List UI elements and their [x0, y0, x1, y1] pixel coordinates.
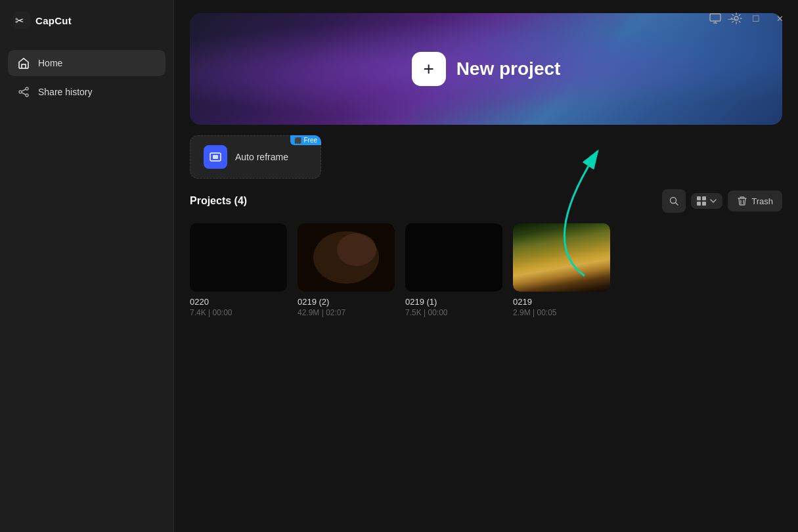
project-card-0219[interactable]: 0219 2.9M | 00:05 — [513, 223, 610, 317]
projects-grid: 0220 7.4K | 00:00 0219 (2) 42.9M | 02:07 — [190, 223, 782, 317]
projects-title: Projects (4) — [190, 195, 247, 207]
project-card-0220[interactable]: 0220 7.4K | 00:00 — [190, 223, 287, 317]
projects-actions: Trash — [662, 189, 782, 213]
grid-icon — [696, 196, 707, 206]
trash-button[interactable]: Trash — [728, 190, 782, 211]
free-badge: ⬛ Free — [290, 135, 321, 145]
app-name: CapCut — [35, 15, 72, 26]
svg-rect-8 — [213, 155, 218, 159]
sidebar-item-home[interactable]: Home — [8, 50, 166, 76]
plus-icon-wrapper: + — [412, 52, 446, 86]
svg-point-3 — [19, 91, 22, 93]
svg-line-5 — [22, 89, 26, 91]
svg-rect-13 — [697, 202, 701, 206]
project-thumb-0220 — [190, 223, 287, 292]
search-icon — [669, 196, 679, 206]
project-name-0220: 0220 — [190, 297, 287, 307]
project-thumb-0219-2 — [298, 223, 395, 292]
svg-text:✂: ✂ — [15, 15, 24, 26]
monitor-icon — [709, 12, 721, 24]
project-info-0219-1: 7.5K | 00:00 — [405, 308, 502, 317]
project-card-0219-1[interactable]: 0219 (1) 7.5K | 00:00 — [405, 223, 502, 317]
free-badge-icon: ⬛ — [294, 137, 301, 144]
svg-rect-12 — [702, 196, 706, 200]
projects-section: Projects (4) — [190, 189, 782, 519]
auto-reframe-label: Auto reframe — [235, 152, 288, 162]
project-thumb-0219 — [513, 223, 610, 292]
maximize-button[interactable]: ☐ — [747, 9, 765, 28]
svg-point-4 — [26, 94, 28, 97]
new-project-banner[interactable]: + New project — [190, 13, 782, 125]
new-project-label: New project — [456, 58, 561, 79]
chevron-down-icon — [709, 197, 717, 205]
auto-reframe-card[interactable]: Auto reframe ⬛ Free — [190, 135, 321, 179]
project-info-0219-2: 42.9M | 02:07 — [298, 308, 395, 317]
free-badge-text: Free — [303, 137, 317, 144]
new-project-content: + New project — [412, 52, 561, 86]
monitor-icon-button[interactable] — [706, 9, 724, 28]
svg-point-2 — [26, 87, 28, 90]
sidebar: ✂ CapCut Home — [0, 0, 174, 532]
project-info-0220: 7.4K | 00:00 — [190, 308, 287, 317]
svg-line-6 — [22, 93, 26, 95]
svg-rect-11 — [697, 196, 701, 200]
window-controls: — ☐ ✕ — [723, 9, 789, 28]
plus-icon: + — [423, 60, 433, 78]
close-button[interactable]: ✕ — [770, 9, 789, 28]
trash-label: Trash — [751, 196, 773, 206]
share-history-label: Share history — [38, 87, 92, 97]
svg-line-10 — [676, 203, 678, 206]
project-name-0219: 0219 — [513, 297, 610, 307]
svg-rect-16 — [710, 14, 720, 21]
project-info-0219: 2.9M | 00:05 — [513, 308, 610, 317]
project-meta-0219-1: 0219 (1) 7.5K | 00:00 — [405, 297, 502, 317]
search-button[interactable] — [662, 189, 686, 213]
maximize-icon: ☐ — [752, 14, 760, 24]
sidebar-item-share-history[interactable]: Share history — [8, 79, 166, 105]
project-card-0219-2[interactable]: 0219 (2) 42.9M | 02:07 — [298, 223, 395, 317]
home-label: Home — [38, 58, 62, 68]
trash-icon — [737, 196, 747, 206]
minimize-icon: — — [728, 14, 736, 24]
projects-header: Projects (4) — [190, 189, 782, 213]
project-meta-0219-2: 0219 (2) 42.9M | 02:07 — [298, 297, 395, 317]
project-name-0219-1: 0219 (1) — [405, 297, 502, 307]
project-name-0219-2: 0219 (2) — [298, 297, 395, 307]
tools-row: Auto reframe ⬛ Free — [190, 135, 782, 179]
close-icon: ✕ — [776, 14, 784, 24]
project-meta-0220: 0220 7.4K | 00:00 — [190, 297, 287, 317]
auto-reframe-icon — [204, 145, 227, 169]
share-icon — [17, 85, 30, 99]
minimize-button[interactable]: — — [723, 9, 742, 28]
app-logo-icon: ✂ — [13, 12, 30, 29]
logo-area: ✂ CapCut — [0, 0, 173, 45]
main-content: + New project Auto reframe ⬛ Free Projec… — [174, 0, 798, 532]
project-meta-0219: 0219 2.9M | 00:05 — [513, 297, 610, 317]
project-thumb-0219-1 — [405, 223, 502, 292]
view-toggle-button[interactable] — [691, 193, 722, 209]
nav-items: Home Share history — [0, 45, 173, 110]
svg-rect-14 — [702, 202, 706, 206]
home-icon — [17, 56, 30, 70]
